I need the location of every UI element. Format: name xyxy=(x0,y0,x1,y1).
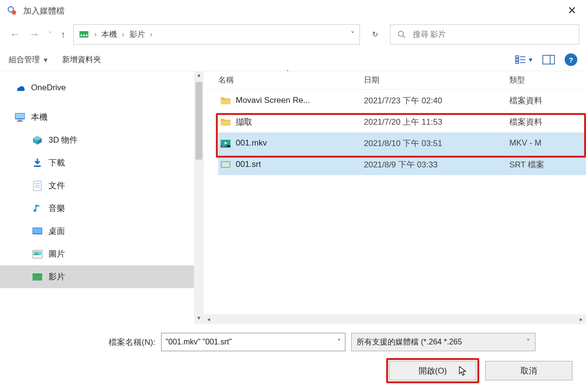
col-name[interactable]: 名稱 xyxy=(218,75,364,85)
dialog-title: 加入媒體檔 xyxy=(23,5,65,16)
tree-label: 下載 xyxy=(49,157,65,168)
svg-rect-18 xyxy=(16,114,24,118)
breadcrumb[interactable]: › 本機 › 影片 › xyxy=(94,30,152,40)
search-box[interactable] xyxy=(390,24,579,45)
file-icon: MKV xyxy=(218,138,233,148)
address-dropdown[interactable]: ˅ xyxy=(351,30,355,39)
file-name: 001.mkv xyxy=(236,138,364,148)
svg-rect-36 xyxy=(33,273,42,275)
scroll-left-icon[interactable]: ◂ xyxy=(204,316,213,323)
tree-thispc[interactable]: 本機 xyxy=(15,106,194,129)
download-icon xyxy=(32,158,43,168)
file-row[interactable]: 001.srt2021/8/9 下午 03:33SRT 檔案 xyxy=(218,154,586,175)
scroll-down-icon[interactable]: ▾ xyxy=(194,314,204,324)
tree-documents[interactable]: 文件 xyxy=(15,174,194,197)
file-name: 001.srt xyxy=(236,160,364,169)
svg-rect-30 xyxy=(33,228,42,233)
open-button[interactable]: 開啟(O) xyxy=(389,361,476,380)
file-type: 檔案資料 xyxy=(509,95,586,106)
tree-videos[interactable]: 影片 xyxy=(0,265,194,288)
file-pane: ˄ 名稱 日期 類型 Movavi Screen Re...2021/7/23 … xyxy=(204,71,586,324)
tree-pictures[interactable]: 圖片 xyxy=(15,243,194,265)
tree-label: 音樂 xyxy=(49,203,65,214)
sidebar-scrollbar[interactable]: ▴ ▾ xyxy=(194,71,204,324)
tree-3d-objects[interactable]: 3D 物件 xyxy=(15,129,194,151)
file-row[interactable]: Movavi Screen Re...2021/7/23 下午 02:40檔案資… xyxy=(218,90,586,111)
filename-label: 檔案名稱(N): xyxy=(109,337,155,348)
column-headers[interactable]: ˄ 名稱 日期 類型 xyxy=(204,71,586,90)
address-bar[interactable]: › 本機 › 影片 › ˅ xyxy=(73,24,360,45)
tree-label: 桌面 xyxy=(49,226,65,237)
organize-menu[interactable]: 組合管理 ▾ xyxy=(9,55,48,65)
back-button[interactable]: ← xyxy=(7,26,23,43)
refresh-button[interactable]: ↻ xyxy=(365,24,385,45)
file-icon xyxy=(218,160,233,169)
file-type-filter[interactable]: 所有支援的媒體檔 (*.264 *.265 ˅ xyxy=(351,333,536,351)
sort-indicator-icon: ˄ xyxy=(286,69,289,76)
filename-value: "001.mkv" "001.srt" xyxy=(165,338,232,346)
cube-icon xyxy=(32,135,43,146)
svg-point-34 xyxy=(39,251,40,253)
videos-folder-icon xyxy=(79,29,89,40)
chevron-right-icon: › xyxy=(150,30,152,39)
chevron-right-icon: › xyxy=(94,30,97,39)
svg-rect-20 xyxy=(17,121,23,122)
file-row[interactable]: 擷取2021/7/20 上午 11:53檔案資料 xyxy=(218,111,586,132)
up-button[interactable]: ↑ xyxy=(58,27,68,42)
file-name: Movavi Screen Re... xyxy=(236,96,364,105)
file-type: 檔案資料 xyxy=(509,116,586,128)
chevron-down-icon: ▾ xyxy=(44,55,48,65)
breadcrumb-videos[interactable]: 影片 xyxy=(130,30,145,40)
filter-value: 所有支援的媒體檔 (*.264 *.265 xyxy=(357,337,462,347)
file-icon xyxy=(218,117,233,126)
chevron-right-icon: › xyxy=(122,30,124,39)
music-icon xyxy=(32,203,43,214)
new-folder-button[interactable]: 新增資料夾 xyxy=(62,55,101,65)
chevron-down-icon[interactable]: ˅ xyxy=(337,338,341,347)
col-date[interactable]: 日期 xyxy=(364,75,509,85)
file-type: MKV - M xyxy=(509,138,586,148)
file-list[interactable]: Movavi Screen Re...2021/7/23 下午 02:40檔案資… xyxy=(204,90,586,175)
file-hscrollbar[interactable]: ◂ ▸ xyxy=(204,314,586,324)
desktop-icon xyxy=(32,226,43,237)
scroll-up-icon[interactable]: ▴ xyxy=(194,71,204,81)
dialog-body: OneDrive 本機 3D 物件 下載 文件 xyxy=(0,71,586,324)
svg-rect-15 xyxy=(543,55,554,64)
tree-downloads[interactable]: 下載 xyxy=(15,151,194,174)
svg-point-4 xyxy=(81,34,82,36)
svg-rect-24 xyxy=(34,165,41,167)
file-row[interactable]: MKV001.mkv2021/8/10 下午 03:51MKV - M xyxy=(218,132,586,154)
help-button[interactable]: ? xyxy=(565,53,577,66)
tree-label: 影片 xyxy=(49,271,65,282)
svg-point-6 xyxy=(86,34,88,36)
view-menu[interactable]: ▾ xyxy=(515,55,533,64)
svg-rect-11 xyxy=(516,62,519,64)
breadcrumb-thispc[interactable]: 本機 xyxy=(101,30,117,40)
tree-music[interactable]: 音樂 xyxy=(15,197,194,220)
preview-pane-button[interactable] xyxy=(542,55,555,65)
tree-label: 文件 xyxy=(49,180,65,191)
tree-onedrive[interactable]: OneDrive xyxy=(15,76,194,99)
filename-combobox[interactable]: "001.mkv" "001.srt" ˅ xyxy=(161,333,345,351)
svg-point-7 xyxy=(398,31,404,36)
svg-rect-3 xyxy=(80,32,88,33)
tree-desktop[interactable]: 桌面 xyxy=(15,220,194,243)
close-button[interactable]: ✕ xyxy=(565,2,579,19)
open-label: 開啟(O) xyxy=(419,365,447,376)
file-date: 2021/7/23 下午 02:40 xyxy=(364,95,509,106)
scrollbar-thumb[interactable] xyxy=(195,82,202,160)
folder-tree[interactable]: OneDrive 本機 3D 物件 下載 文件 xyxy=(0,71,194,324)
cancel-button[interactable]: 取消 xyxy=(485,361,572,380)
pictures-icon xyxy=(32,249,43,260)
recent-dropdown[interactable]: ˅ xyxy=(46,29,55,40)
col-type[interactable]: 類型 xyxy=(509,75,586,85)
search-input[interactable] xyxy=(412,30,572,39)
cursor-icon xyxy=(458,365,467,376)
open-button-wrap: 開啟(O) xyxy=(389,361,476,380)
chevron-down-icon: ▾ xyxy=(529,55,533,64)
svg-text:MKV: MKV xyxy=(222,145,228,147)
chevron-down-icon[interactable]: ˅ xyxy=(526,338,530,347)
svg-rect-25 xyxy=(33,181,41,191)
forward-button[interactable]: → xyxy=(26,26,43,43)
scroll-right-icon[interactable]: ▸ xyxy=(576,316,586,323)
